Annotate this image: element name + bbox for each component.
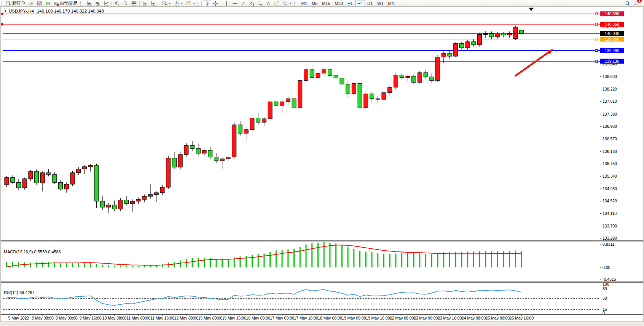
new-order-button[interactable]: 新订单 (4, 0, 27, 7)
tf-button-w1[interactable]: W1 (375, 0, 386, 7)
search-icon (625, 1, 630, 6)
trendline-tool-button[interactable] (239, 0, 247, 7)
notifications-button[interactable]: 1 (632, 0, 640, 7)
price-tick-label: 134.930 (603, 186, 617, 191)
text-label-icon: T (274, 1, 279, 6)
candle-body (346, 84, 350, 94)
date-label: 19 May 16:00 (366, 316, 390, 320)
horizontal-line-tool-button[interactable] (231, 0, 239, 7)
status-bar (0, 322, 644, 326)
macd-histogram-bar (96, 264, 97, 267)
macd-histogram-bar (72, 263, 73, 267)
terminal-window: 新订单 自动交易 (0, 0, 644, 326)
macd-histogram-bar (66, 263, 67, 267)
date-label: 15 May 00:00 (198, 316, 222, 320)
styles-button[interactable] (27, 0, 35, 7)
chart-shift-button[interactable] (149, 0, 158, 7)
cursor-tool-button[interactable] (203, 0, 211, 7)
candle-body (5, 178, 9, 185)
tf-button-m1[interactable]: M1 (299, 0, 309, 7)
macd-main-value: 0.5539 (34, 250, 47, 254)
candle-body (220, 159, 224, 161)
toolbar-grip (198, 1, 199, 6)
fibonacci-tool-button[interactable]: F (256, 0, 264, 7)
arrows-tool-button[interactable] (281, 0, 293, 7)
templates-button[interactable] (185, 0, 197, 7)
macd-histogram-bar (138, 266, 139, 267)
candle-body (454, 43, 458, 56)
profile-button[interactable] (35, 0, 44, 7)
candle-body (124, 200, 129, 204)
auto-scroll-button[interactable] (141, 0, 149, 7)
candle-body (436, 57, 440, 81)
label-tool-button[interactable]: T (273, 0, 281, 7)
candle-body (268, 102, 272, 119)
candle-body (82, 167, 86, 169)
indicators-button[interactable] (160, 0, 172, 7)
macd-histogram-bar (371, 252, 373, 267)
text-tool-button[interactable]: A (264, 0, 273, 7)
signals-button[interactable] (44, 0, 52, 7)
toolbar-separator (84, 1, 84, 6)
tf-button-d1[interactable]: D1 (365, 0, 375, 7)
price-tick-label: 138.630 (603, 74, 617, 79)
trendline-icon (241, 1, 246, 6)
macd-histogram-bar (348, 247, 349, 267)
candle-body (459, 43, 464, 48)
macd-histogram-bar (425, 254, 426, 267)
vertical-line-tool-button[interactable] (222, 0, 231, 7)
channel-tool-button[interactable]: E (247, 0, 256, 7)
tf-button-m30[interactable]: M30 (332, 0, 345, 7)
tf-button-h1[interactable]: H1 (345, 0, 355, 7)
date-label: 16 May 08:00 (246, 316, 270, 320)
macd-histogram-bar (389, 254, 391, 267)
line-handle-right (595, 49, 598, 52)
autotrading-button[interactable]: 自动交易 (52, 0, 79, 7)
toolbar-grip (2, 1, 3, 6)
macd-histogram-bar (431, 254, 432, 267)
macd-histogram-bar (300, 247, 301, 267)
periods-button[interactable] (172, 0, 185, 7)
main-toolbar: 新订单 自动交易 (0, 0, 644, 7)
rsi-name: RSI(14) (4, 290, 18, 295)
macd-scale-label: 0.00 (603, 265, 611, 270)
tf-button-m5[interactable]: M5 (309, 0, 320, 7)
chart-menu-icon[interactable]: ▼ (4, 10, 7, 13)
zoom-out-button[interactable] (121, 0, 130, 7)
line-chart-button[interactable] (102, 0, 110, 7)
macd-histogram-bar (276, 251, 277, 267)
candle-body (64, 184, 69, 189)
macd-histogram-bar (515, 251, 516, 267)
candle-body (184, 145, 188, 154)
autotrading-icon (54, 1, 59, 6)
tf-button-h4[interactable]: H4 (355, 0, 365, 7)
candle-body (394, 75, 398, 87)
tf-button-m15[interactable]: M15 (320, 0, 332, 7)
chart-shift-icon (151, 1, 156, 6)
macd-histogram-bar (48, 262, 49, 267)
toolbar-grip (80, 1, 82, 6)
vertical-line-icon (224, 1, 229, 6)
macd-histogram-bar (306, 245, 307, 267)
template-icon (186, 1, 191, 6)
date-label: 24 May 08:00 (462, 316, 486, 320)
tf-button-mn[interactable]: MN (386, 0, 397, 7)
date-label: 11 May 16:00 (150, 316, 174, 320)
tile-windows-button[interactable] (130, 0, 138, 7)
macd-histogram-bar (144, 266, 145, 267)
candle-body (292, 99, 296, 108)
search-button[interactable] (623, 0, 632, 7)
candlestick-chart-button[interactable] (94, 0, 102, 7)
equidistant-channel-icon: E (249, 1, 254, 6)
macd-histogram-bar (449, 252, 450, 267)
fibonacci-icon: F (257, 1, 263, 6)
zoom-in-button[interactable] (113, 0, 121, 7)
macd-histogram-bar (324, 242, 325, 267)
crosshair-tool-button[interactable] (211, 0, 220, 7)
candle-body (274, 102, 278, 105)
chart-svg: 140.680140.270139.860139.450139.040138.6… (0, 7, 644, 322)
candle-body (304, 70, 308, 81)
candle-body (418, 73, 422, 83)
bar-chart-button[interactable] (85, 0, 94, 7)
chart-canvas[interactable]: 140.680140.270139.860139.450139.040138.6… (0, 7, 644, 322)
